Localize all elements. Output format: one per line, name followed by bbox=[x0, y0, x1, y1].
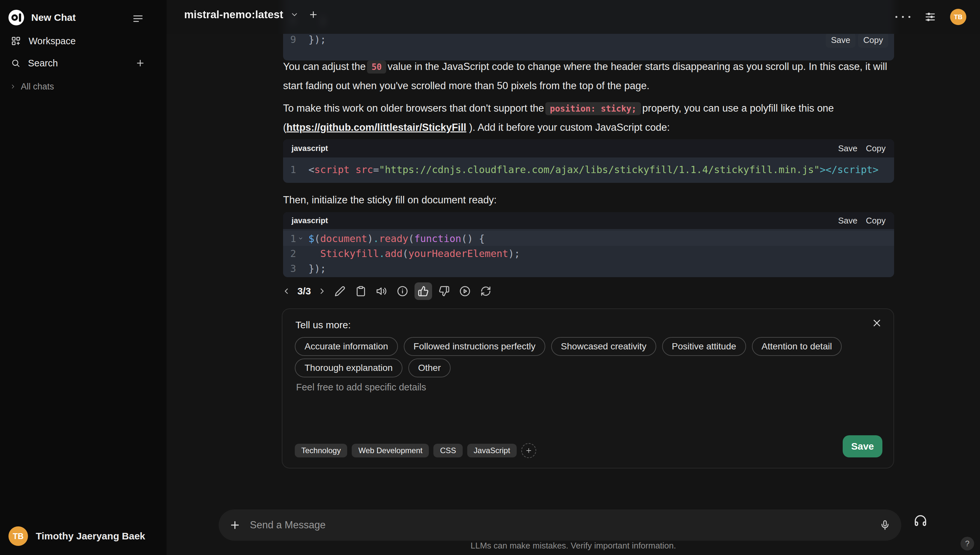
code-language-label: javascript bbox=[292, 216, 328, 225]
new-chat-plus-icon[interactable] bbox=[135, 58, 145, 68]
header-avatar[interactable]: TB bbox=[950, 9, 966, 25]
code-copy-button[interactable]: Copy bbox=[866, 216, 885, 226]
feedback-chip[interactable]: Thorough explanation bbox=[295, 359, 403, 377]
code-save-button[interactable]: Save bbox=[838, 143, 857, 154]
model-selector[interactable]: mistral-nemo:latest bbox=[184, 8, 318, 21]
copy-icon[interactable] bbox=[352, 282, 370, 300]
assistant-paragraph: To make this work on older browsers that… bbox=[283, 99, 898, 136]
app-root: New Chat Workspace Search All chats bbox=[0, 0, 980, 555]
thumbs-down-icon[interactable] bbox=[435, 282, 453, 300]
code-copy-button[interactable]: Copy bbox=[858, 32, 888, 48]
all-chats-label: All chats bbox=[21, 82, 54, 92]
read-aloud-icon[interactable] bbox=[373, 282, 390, 300]
code-line: }); bbox=[308, 34, 894, 45]
search-icon bbox=[11, 59, 20, 68]
sidebar-toggle-icon[interactable] bbox=[131, 12, 145, 25]
chat-controls-icon[interactable] bbox=[925, 11, 936, 22]
sidebar-item-search[interactable]: Search bbox=[0, 53, 167, 74]
stickyfill-link[interactable]: https://github.com/littlestair/StickyFil… bbox=[286, 122, 466, 133]
workspace-label: Workspace bbox=[29, 36, 76, 47]
app-logo-icon bbox=[8, 10, 24, 26]
search-label: Search bbox=[28, 58, 58, 69]
sidebar-item-all-chats[interactable]: All chats bbox=[0, 77, 167, 96]
inline-code: 50 bbox=[367, 61, 386, 74]
code-line: Stickyfill.add(yourHeaderElement); bbox=[308, 248, 894, 259]
feedback-panel: Tell us more: Accurate information Follo… bbox=[282, 308, 894, 468]
top-bar: mistral-nemo:latest TB bbox=[167, 0, 980, 34]
tag-badge[interactable]: Web Development bbox=[352, 444, 429, 457]
feedback-chip[interactable]: Positive attitude bbox=[662, 337, 746, 356]
model-name: mistral-nemo:latest bbox=[184, 8, 283, 21]
assistant-paragraph: You can adjust the50value in the JavaScr… bbox=[283, 57, 898, 95]
code-save-button[interactable]: Save bbox=[838, 216, 857, 226]
workspace-icon bbox=[11, 36, 21, 46]
message-input[interactable] bbox=[250, 519, 880, 531]
chevron-right-icon bbox=[10, 83, 16, 90]
new-chat-add-icon[interactable] bbox=[308, 10, 318, 19]
help-button[interactable]: ? bbox=[961, 537, 974, 550]
feedback-chip[interactable]: Accurate information bbox=[295, 337, 398, 356]
tag-badge[interactable]: JavaScript bbox=[467, 444, 516, 457]
sidebar: New Chat Workspace Search All chats bbox=[0, 0, 167, 555]
add-tag-icon[interactable] bbox=[521, 443, 536, 458]
chevron-down-icon bbox=[290, 10, 299, 19]
code-line: }); bbox=[308, 263, 894, 274]
code-language-label: javascript bbox=[292, 144, 328, 153]
feedback-chip-row: Thorough explanation Other bbox=[295, 359, 451, 377]
headphones-icon[interactable] bbox=[914, 514, 927, 528]
feedback-chip[interactable]: Other bbox=[408, 359, 451, 377]
inline-code: position: sticky; bbox=[545, 102, 641, 115]
code-block-script: javascript Save Copy 1 <script src="http… bbox=[283, 139, 894, 183]
tag-badge[interactable]: CSS bbox=[433, 444, 462, 457]
info-icon[interactable] bbox=[394, 282, 411, 300]
tag-row: Technology Web Development CSS JavaScrip… bbox=[295, 443, 536, 458]
feedback-save-button[interactable]: Save bbox=[843, 435, 882, 457]
feedback-details-input[interactable] bbox=[296, 382, 849, 431]
message-actions: 3/3 bbox=[281, 282, 494, 300]
new-chat-button[interactable]: New Chat bbox=[31, 12, 76, 23]
attach-plus-icon[interactable] bbox=[229, 519, 241, 531]
continue-response-icon[interactable] bbox=[456, 282, 474, 300]
next-message-icon[interactable] bbox=[316, 282, 328, 300]
disclaimer-text: LLMs can make mistakes. Verify important… bbox=[167, 541, 980, 551]
sidebar-item-workspace[interactable]: Workspace bbox=[0, 30, 167, 51]
code-save-button[interactable]: Save bbox=[826, 32, 855, 48]
thumbs-up-icon[interactable] bbox=[414, 282, 432, 300]
tag-badge[interactable]: Technology bbox=[295, 444, 347, 457]
feedback-title: Tell us more: bbox=[295, 319, 351, 330]
feedback-chip[interactable]: Attention to detail bbox=[752, 337, 842, 356]
code-line: <script src="https://cdnjs.cloudflare.co… bbox=[308, 164, 894, 175]
code-block-ready: javascript Save Copy 1 $(document).ready… bbox=[283, 212, 894, 277]
user-name: Timothy Jaeryang Baek bbox=[36, 531, 145, 542]
close-icon[interactable] bbox=[872, 318, 882, 328]
code-line: $(document).ready(function() { bbox=[308, 233, 894, 244]
chat-main: 8 } 9 }); Save Copy You can adjust the50… bbox=[167, 0, 980, 555]
feedback-chip[interactable]: Showcased creativity bbox=[551, 337, 656, 356]
feedback-chip-row: Accurate information Followed instructio… bbox=[295, 337, 842, 356]
feedback-chip[interactable]: Followed instructions perfectly bbox=[404, 337, 545, 356]
message-composer bbox=[219, 510, 901, 541]
message-page-indicator: 3/3 bbox=[297, 286, 311, 297]
more-options-icon[interactable] bbox=[895, 7, 910, 27]
user-menu[interactable]: TB Timothy Jaeryang Baek bbox=[5, 523, 161, 549]
regenerate-icon[interactable] bbox=[477, 282, 494, 300]
user-avatar: TB bbox=[8, 526, 28, 546]
code-copy-button[interactable]: Copy bbox=[866, 143, 885, 154]
code-fold-icon[interactable] bbox=[298, 236, 303, 241]
edit-icon[interactable] bbox=[331, 282, 349, 300]
prev-message-icon[interactable] bbox=[281, 282, 292, 300]
microphone-icon[interactable] bbox=[880, 520, 890, 530]
assistant-paragraph: Then, initialize the sticky fill on docu… bbox=[283, 191, 898, 209]
